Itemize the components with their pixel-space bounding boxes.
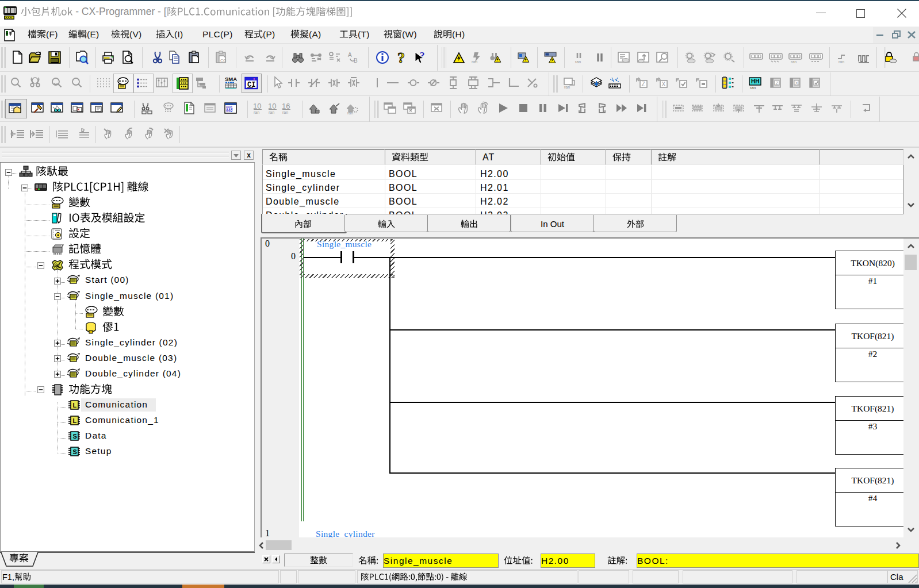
svg-text:ran: ran [472,60,477,64]
svg-text:L: L [73,402,77,409]
svg-text:Z: Z [776,80,779,86]
svg-text:SMA: SMA [225,76,237,82]
svg-text:CG: CG [220,59,227,63]
svg-text:10: 10 [268,102,276,110]
svg-text:X: X [795,80,799,86]
svg-text:L: L [73,417,77,424]
svg-text:16: 16 [282,102,290,110]
svg-text:10: 10 [253,102,261,110]
svg-text:002: 002 [226,109,233,113]
svg-text:?: ? [397,51,405,64]
svg-text:X: X [662,81,666,87]
svg-text:HH: HH [751,78,759,84]
svg-text:ran: ran [791,60,797,64]
svg-text:ran: ran [564,85,570,89]
svg-text:ran: ran [838,60,844,64]
svg-text:CI: CI [247,81,255,89]
svg-text:ran: ran [347,111,353,115]
svg-text:A: A [348,52,352,58]
svg-text:ran: ran [254,110,259,114]
svg-text:S: S [73,448,77,455]
svg-text:ran: ran [575,60,581,64]
svg-text:Z: Z [642,81,645,87]
svg-text:ran: ran [269,110,274,114]
svg-text:ran: ran [750,86,756,90]
svg-text:ran: ran [282,110,288,114]
svg-text:S: S [73,433,77,440]
svg-text:?: ? [420,51,425,61]
